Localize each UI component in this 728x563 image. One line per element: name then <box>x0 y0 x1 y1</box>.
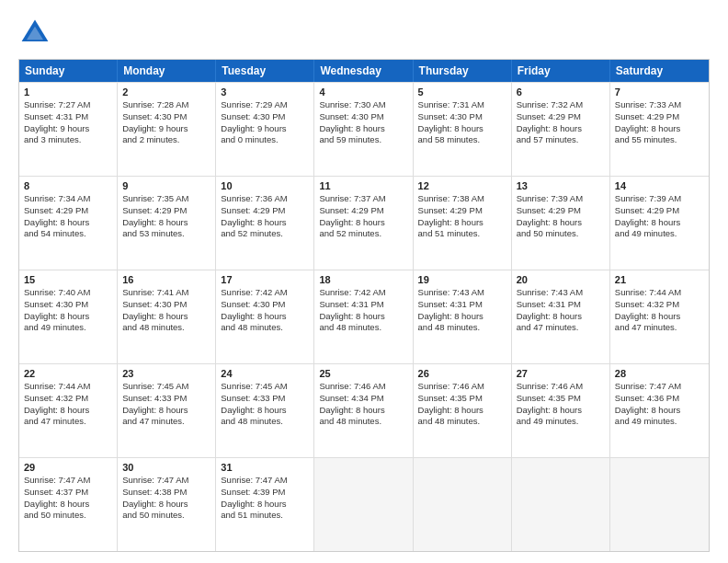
day-info: Sunrise: 7:46 AMSunset: 4:34 PMDaylight:… <box>319 381 407 428</box>
day-info: Sunrise: 7:47 AMSunset: 4:37 PMDaylight:… <box>24 475 112 522</box>
calendar-header-row: SundayMondayTuesdayWednesdayThursdayFrid… <box>19 60 709 82</box>
day-number: 18 <box>319 274 407 285</box>
day-number: 22 <box>24 368 112 379</box>
day-info: Sunrise: 7:39 AMSunset: 4:29 PMDaylight:… <box>615 193 704 240</box>
day-number: 7 <box>615 86 704 98</box>
day-info: Sunrise: 7:33 AMSunset: 4:29 PMDaylight:… <box>615 99 704 146</box>
day-number: 12 <box>418 180 506 191</box>
logo-icon <box>18 17 51 50</box>
day-number: 11 <box>319 180 407 191</box>
logo <box>18 17 55 50</box>
day-number: 20 <box>517 274 605 285</box>
day-number: 6 <box>517 86 605 98</box>
cal-week: 29Sunrise: 7:47 AMSunset: 4:37 PMDayligh… <box>19 457 709 551</box>
day-info: Sunrise: 7:41 AMSunset: 4:30 PMDaylight:… <box>122 287 210 334</box>
day-info: Sunrise: 7:45 AMSunset: 4:33 PMDaylight:… <box>122 381 210 428</box>
cal-cell: 10Sunrise: 7:36 AMSunset: 4:29 PMDayligh… <box>216 177 314 270</box>
day-info: Sunrise: 7:45 AMSunset: 4:33 PMDaylight:… <box>221 381 309 428</box>
day-number: 14 <box>615 180 704 191</box>
cal-cell: 23Sunrise: 7:45 AMSunset: 4:33 PMDayligh… <box>118 364 216 457</box>
day-info: Sunrise: 7:42 AMSunset: 4:31 PMDaylight:… <box>319 287 407 334</box>
cal-cell: 5Sunrise: 7:31 AMSunset: 4:30 PMDaylight… <box>414 83 512 176</box>
day-number: 23 <box>122 368 210 379</box>
cal-header-cell: Wednesday <box>314 60 413 82</box>
day-info: Sunrise: 7:47 AMSunset: 4:36 PMDaylight:… <box>615 381 704 428</box>
cal-cell <box>314 458 413 551</box>
cal-cell: 27Sunrise: 7:46 AMSunset: 4:35 PMDayligh… <box>512 364 610 457</box>
page: SundayMondayTuesdayWednesdayThursdayFrid… <box>0 0 728 563</box>
cal-cell <box>512 458 610 551</box>
cal-cell: 28Sunrise: 7:47 AMSunset: 4:36 PMDayligh… <box>610 364 709 457</box>
day-number: 2 <box>122 86 210 98</box>
day-info: Sunrise: 7:37 AMSunset: 4:29 PMDaylight:… <box>319 193 407 240</box>
day-number: 4 <box>319 86 407 98</box>
day-info: Sunrise: 7:29 AMSunset: 4:30 PMDaylight:… <box>221 99 309 146</box>
day-info: Sunrise: 7:47 AMSunset: 4:38 PMDaylight:… <box>122 475 210 522</box>
day-number: 8 <box>24 180 112 191</box>
day-info: Sunrise: 7:36 AMSunset: 4:29 PMDaylight:… <box>221 193 309 240</box>
day-info: Sunrise: 7:32 AMSunset: 4:29 PMDaylight:… <box>517 99 605 146</box>
day-number: 9 <box>122 180 210 191</box>
cal-cell: 16Sunrise: 7:41 AMSunset: 4:30 PMDayligh… <box>118 270 216 363</box>
day-info: Sunrise: 7:35 AMSunset: 4:29 PMDaylight:… <box>122 193 210 240</box>
cal-cell: 20Sunrise: 7:43 AMSunset: 4:31 PMDayligh… <box>512 270 610 363</box>
day-number: 24 <box>221 368 309 379</box>
cal-cell: 17Sunrise: 7:42 AMSunset: 4:30 PMDayligh… <box>216 270 314 363</box>
cal-cell: 15Sunrise: 7:40 AMSunset: 4:30 PMDayligh… <box>19 270 118 363</box>
cal-cell: 8Sunrise: 7:34 AMSunset: 4:29 PMDaylight… <box>19 177 118 270</box>
day-number: 17 <box>221 274 309 285</box>
cal-header-cell: Sunday <box>19 60 118 82</box>
day-number: 13 <box>517 180 605 191</box>
day-info: Sunrise: 7:42 AMSunset: 4:30 PMDaylight:… <box>221 287 309 334</box>
day-number: 15 <box>24 274 112 285</box>
day-info: Sunrise: 7:31 AMSunset: 4:30 PMDaylight:… <box>418 99 506 146</box>
cal-cell <box>610 458 709 551</box>
cal-cell: 2Sunrise: 7:28 AMSunset: 4:30 PMDaylight… <box>118 83 216 176</box>
day-number: 16 <box>122 274 210 285</box>
day-info: Sunrise: 7:43 AMSunset: 4:31 PMDaylight:… <box>418 287 506 334</box>
cal-cell: 12Sunrise: 7:38 AMSunset: 4:29 PMDayligh… <box>414 177 512 270</box>
cal-cell: 31Sunrise: 7:47 AMSunset: 4:39 PMDayligh… <box>216 458 314 551</box>
cal-header-cell: Thursday <box>414 60 512 82</box>
cal-cell: 14Sunrise: 7:39 AMSunset: 4:29 PMDayligh… <box>610 177 709 270</box>
cal-header-cell: Saturday <box>610 60 709 82</box>
day-number: 30 <box>122 462 210 473</box>
day-number: 1 <box>24 86 112 98</box>
day-number: 21 <box>615 274 704 285</box>
day-info: Sunrise: 7:34 AMSunset: 4:29 PMDaylight:… <box>24 193 112 240</box>
day-number: 28 <box>615 368 704 379</box>
day-info: Sunrise: 7:44 AMSunset: 4:32 PMDaylight:… <box>615 287 704 334</box>
day-number: 5 <box>418 86 506 98</box>
cal-header-cell: Tuesday <box>216 60 314 82</box>
cal-cell: 13Sunrise: 7:39 AMSunset: 4:29 PMDayligh… <box>512 177 610 270</box>
cal-cell: 26Sunrise: 7:46 AMSunset: 4:35 PMDayligh… <box>414 364 512 457</box>
cal-cell <box>414 458 512 551</box>
day-number: 29 <box>24 462 112 473</box>
day-info: Sunrise: 7:38 AMSunset: 4:29 PMDaylight:… <box>418 193 506 240</box>
cal-week: 22Sunrise: 7:44 AMSunset: 4:32 PMDayligh… <box>19 363 709 457</box>
cal-cell: 21Sunrise: 7:44 AMSunset: 4:32 PMDayligh… <box>610 270 709 363</box>
cal-cell: 29Sunrise: 7:47 AMSunset: 4:37 PMDayligh… <box>19 458 118 551</box>
cal-cell: 11Sunrise: 7:37 AMSunset: 4:29 PMDayligh… <box>314 177 413 270</box>
day-info: Sunrise: 7:40 AMSunset: 4:30 PMDaylight:… <box>24 287 112 334</box>
cal-cell: 18Sunrise: 7:42 AMSunset: 4:31 PMDayligh… <box>314 270 413 363</box>
day-info: Sunrise: 7:27 AMSunset: 4:31 PMDaylight:… <box>24 99 112 146</box>
day-info: Sunrise: 7:46 AMSunset: 4:35 PMDaylight:… <box>418 381 506 428</box>
cal-cell: 25Sunrise: 7:46 AMSunset: 4:34 PMDayligh… <box>314 364 413 457</box>
cal-cell: 1Sunrise: 7:27 AMSunset: 4:31 PMDaylight… <box>19 83 118 176</box>
header <box>18 17 710 50</box>
calendar-body: 1Sunrise: 7:27 AMSunset: 4:31 PMDaylight… <box>19 82 709 551</box>
day-number: 31 <box>221 462 309 473</box>
day-number: 19 <box>418 274 506 285</box>
day-info: Sunrise: 7:43 AMSunset: 4:31 PMDaylight:… <box>517 287 605 334</box>
day-info: Sunrise: 7:44 AMSunset: 4:32 PMDaylight:… <box>24 381 112 428</box>
day-number: 3 <box>221 86 309 98</box>
cal-cell: 22Sunrise: 7:44 AMSunset: 4:32 PMDayligh… <box>19 364 118 457</box>
day-number: 27 <box>517 368 605 379</box>
cal-cell: 30Sunrise: 7:47 AMSunset: 4:38 PMDayligh… <box>118 458 216 551</box>
cal-cell: 19Sunrise: 7:43 AMSunset: 4:31 PMDayligh… <box>414 270 512 363</box>
cal-cell: 7Sunrise: 7:33 AMSunset: 4:29 PMDaylight… <box>610 83 709 176</box>
cal-cell: 6Sunrise: 7:32 AMSunset: 4:29 PMDaylight… <box>512 83 610 176</box>
cal-header-cell: Monday <box>118 60 216 82</box>
day-number: 25 <box>319 368 407 379</box>
